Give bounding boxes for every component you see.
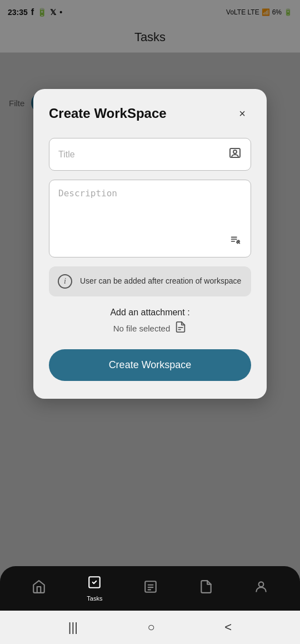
modal-title: Create WorkSpace [49,106,167,121]
person-icon [228,146,242,162]
nav-list[interactable] [143,579,158,597]
back-button[interactable]: < [224,620,232,635]
home-icon [32,579,46,597]
description-input[interactable] [58,188,242,234]
recent-apps-button[interactable]: ||| [68,620,78,635]
list-icon [143,579,158,597]
edit-list-icon [229,234,242,249]
files-icon [199,579,213,597]
nav-files[interactable] [199,579,213,597]
create-workspace-modal: Create WorkSpace × [33,89,267,399]
create-workspace-button[interactable]: Create Workspace [49,349,251,381]
android-nav: ||| ○ < [0,611,300,644]
tasks-icon [87,575,102,593]
title-input[interactable] [58,150,228,160]
close-icon: × [239,107,246,120]
attachment-section: Add an attachment : No file selected [49,308,251,336]
description-input-wrapper[interactable] [49,180,251,257]
no-file-text: No file selected [113,324,171,333]
nav-tasks-label: Tasks [87,595,102,602]
close-button[interactable]: × [233,105,251,122]
info-box: i User can be added after creation of wo… [49,266,251,296]
modal-header: Create WorkSpace × [49,105,251,122]
nav-profile[interactable] [254,579,268,597]
nav-tasks[interactable]: Tasks [87,575,102,602]
bottom-nav: Tasks [0,566,300,611]
info-icon: i [58,274,72,289]
attachment-value[interactable]: No file selected [49,321,251,336]
create-workspace-label: Create Workspace [109,359,192,370]
svg-point-1 [233,150,237,153]
title-input-wrapper[interactable] [49,138,251,171]
profile-icon [254,579,268,597]
svg-point-12 [259,582,264,587]
info-text: User can be added after creation of work… [80,276,241,287]
home-button[interactable]: ○ [148,620,155,635]
file-icon [174,321,187,336]
attachment-label: Add an attachment : [49,308,251,318]
nav-home[interactable] [32,579,46,597]
